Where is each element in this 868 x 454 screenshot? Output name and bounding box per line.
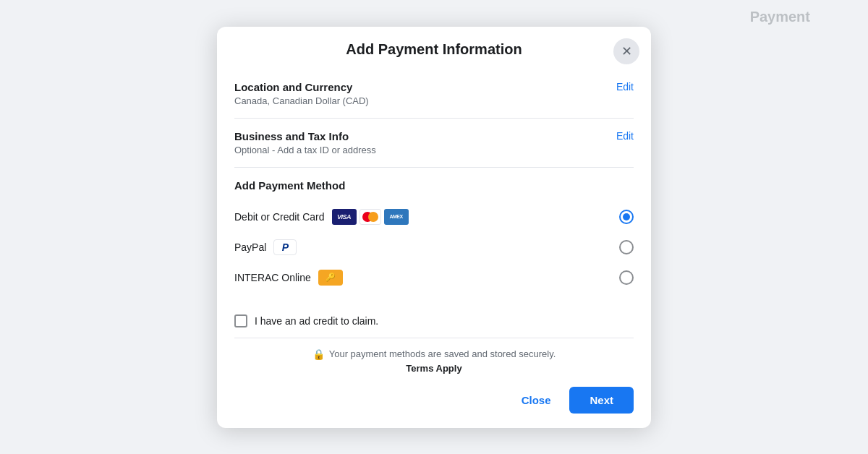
business-edit-link[interactable]: Edit [616, 130, 634, 142]
ad-credit-checkbox[interactable] [234, 314, 247, 327]
business-subtitle: Optional - Add a tax ID or address [234, 145, 376, 155]
secure-section: 🔒 Your payment methods are saved and sto… [234, 338, 634, 377]
interac-radio[interactable] [619, 270, 634, 285]
payment-option-paypal[interactable]: PayPal P [234, 232, 634, 262]
payment-method-section: Add Payment Method Debit or Credit Card … [234, 168, 634, 304]
card-icons: VISA AMEX [332, 209, 409, 225]
business-title: Business and Tax Info [234, 130, 376, 142]
close-button[interactable]: Close [510, 388, 563, 412]
payment-modal: Add Payment Information ✕ Location and C… [217, 27, 651, 428]
mastercard-icon [359, 209, 381, 225]
ad-credit-section: I have an ad credit to claim. [234, 304, 634, 338]
visa-icon: VISA [332, 209, 357, 225]
location-title: Location and Currency [234, 81, 369, 93]
modal-title: Add Payment Information [346, 41, 522, 58]
payment-method-title: Add Payment Method [234, 179, 634, 192]
location-edit-link[interactable]: Edit [616, 81, 634, 93]
secure-text: Your payment methods are saved and store… [329, 348, 556, 359]
close-icon: ✕ [621, 43, 632, 59]
card-radio[interactable] [619, 210, 634, 224]
payment-option-card[interactable]: Debit or Credit Card VISA AMEX [234, 202, 634, 232]
location-subtitle: Canada, Canadian Dollar (CAD) [234, 95, 369, 106]
paypal-label: PayPal [234, 241, 266, 253]
next-button[interactable]: Next [569, 387, 634, 414]
ad-credit-label: I have an ad credit to claim. [255, 315, 378, 327]
payment-option-interac[interactable]: INTERAC Online 🔑 [234, 262, 634, 293]
interac-label: INTERAC Online [234, 272, 311, 283]
modal-body: Location and Currency Canada, Canadian D… [217, 69, 651, 377]
paypal-icon: P [273, 239, 297, 255]
paypal-radio[interactable] [619, 240, 634, 254]
location-section: Location and Currency Canada, Canadian D… [234, 69, 634, 119]
close-icon-button[interactable]: ✕ [613, 38, 639, 64]
amex-icon: AMEX [384, 209, 409, 225]
card-label: Debit or Credit Card [234, 211, 325, 223]
interac-icon: 🔑 [318, 270, 343, 286]
modal-footer: Close Next [217, 377, 651, 428]
business-section: Business and Tax Info Optional - Add a t… [234, 119, 634, 168]
terms-text: Terms Apply [406, 363, 461, 374]
modal-header: Add Payment Information ✕ [217, 27, 651, 69]
lock-icon: 🔒 [312, 348, 325, 360]
